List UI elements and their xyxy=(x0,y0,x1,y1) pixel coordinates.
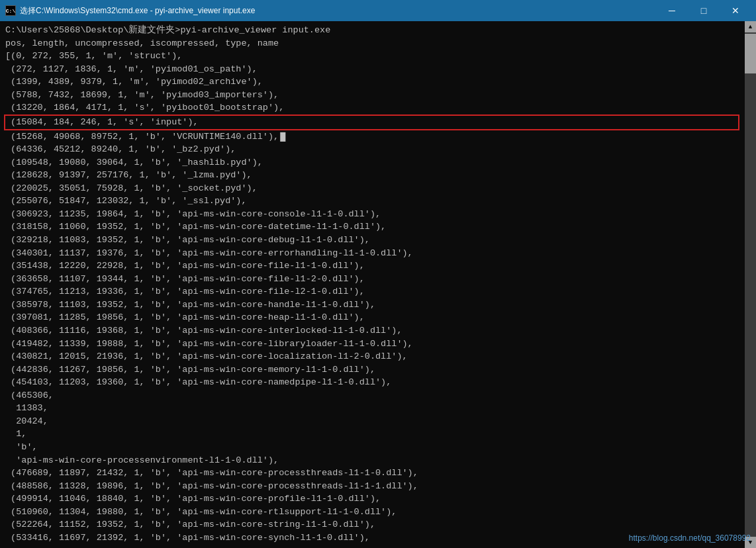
console-line-17: (340301, 11137, 19376, 1, 'b', 'api-ms-w… xyxy=(5,247,739,260)
console-line-10: (109548, 19080, 39064, 1, 'b', '_hashlib… xyxy=(5,156,739,169)
console-line-18: (351438, 12220, 22928, 1, 'b', 'api-ms-w… xyxy=(5,259,739,273)
console-area: C:\Users\25868\Desktop\新建文件夹>pyi-archive… xyxy=(0,21,756,548)
title-bar-left: C:\ 选择C:\Windows\System32\cmd.exe - pyi-… xyxy=(5,5,255,17)
console-line-29: 11383, xyxy=(5,402,739,415)
console-line-27: (454103, 11203, 19360, 1, 'b', 'api-ms-w… xyxy=(5,376,739,389)
console-line-15: (318158, 11060, 19352, 1, 'b', 'api-ms-w… xyxy=(5,220,739,234)
console-line-1: pos, length, uncompressed, iscompressed,… xyxy=(5,37,739,50)
scroll-thumb[interactable] xyxy=(745,34,756,73)
console-line-14: (306923, 11235, 19864, 1, 'b', 'api-ms-w… xyxy=(5,208,739,221)
console-line-4: (1399, 4389, 9379, 1, 'm', 'pyimod02_arc… xyxy=(5,75,739,89)
scroll-up-button[interactable]: ▲ xyxy=(745,21,756,32)
window: C:\ 选择C:\Windows\System32\cmd.exe - pyi-… xyxy=(0,0,756,548)
scroll-down-button[interactable]: ▼ xyxy=(745,537,756,548)
console-output[interactable]: C:\Users\25868\Desktop\新建文件夹>pyi-archive… xyxy=(0,21,745,548)
console-line-31: 1, xyxy=(5,428,739,441)
console-line-36: (499914, 11046, 18840, 1, 'b', 'api-ms-w… xyxy=(5,492,739,506)
cmd-icon: C:\ xyxy=(5,5,16,16)
console-line-28: (465306, xyxy=(5,389,739,402)
console-line-33: 'api-ms-win-core-processenvironment-l1-1… xyxy=(5,454,739,467)
console-line-12: (220025, 35051, 75928, 1, 'b', '_socket.… xyxy=(5,182,739,195)
cursor-block: █ xyxy=(280,131,287,142)
console-line-20: (374765, 11213, 19336, 1, 'b', 'api-ms-w… xyxy=(5,285,739,298)
console-line-38: (522264, 11152, 19352, 1, 'b', 'api-ms-w… xyxy=(5,518,739,531)
title-bar: C:\ 选择C:\Windows\System32\cmd.exe - pyi-… xyxy=(0,0,756,21)
console-line-26: (442836, 11267, 19856, 1, 'b', 'api-ms-w… xyxy=(5,363,739,377)
console-line-16: (329218, 11083, 19352, 1, 'b', 'api-ms-w… xyxy=(5,234,739,247)
console-line-21: (385978, 11103, 19352, 1, 'b', 'api-ms-w… xyxy=(5,298,739,312)
console-line-35: (488586, 11328, 19896, 1, 'b', 'api-ms-w… xyxy=(5,480,739,493)
console-line-39: (533416, 11697, 21392, 1, 'b', 'api-ms-w… xyxy=(5,531,739,545)
console-line-24: (419482, 11339, 19888, 1, 'b', 'api-ms-w… xyxy=(5,338,739,351)
console-line-2: [(0, 272, 355, 1, 'm', 'struct'), xyxy=(5,50,739,63)
window-title: 选择C:\Windows\System32\cmd.exe - pyi-arch… xyxy=(20,5,255,17)
maximize-button[interactable]: □ xyxy=(688,1,719,20)
console-line-32: 'b', xyxy=(5,441,739,454)
console-line-9: (64336, 45212, 89240, 1, 'b', '_bz2.pyd'… xyxy=(5,143,739,156)
console-line-37: (510960, 11304, 19880, 1, 'b', 'api-ms-w… xyxy=(5,506,739,519)
console-line-3: (272, 1127, 1836, 1, 'm', 'pyimod01_os_p… xyxy=(5,63,739,76)
window-controls: ─ □ ✕ xyxy=(657,1,751,20)
console-line-11: (128628, 91397, 257176, 1, 'b', '_lzma.p… xyxy=(5,169,739,182)
console-line-19: (363658, 11107, 19344, 1, 'b', 'api-ms-w… xyxy=(5,273,739,286)
console-line-6: (13220, 1864, 4171, 1, 's', 'pyiboot01_b… xyxy=(5,101,739,114)
console-line-22: (397081, 11285, 19856, 1, 'b', 'api-ms-w… xyxy=(5,311,739,324)
console-line-8: (15268, 49068, 89752, 1, 'b', 'VCRUNTIME… xyxy=(5,130,739,144)
close-button[interactable]: ✕ xyxy=(720,1,751,20)
console-line-5: (5788, 7432, 18699, 1, 'm', 'pyimod03_im… xyxy=(5,89,739,102)
console-line-23: (408366, 11116, 19368, 1, 'b', 'api-ms-w… xyxy=(5,324,739,338)
console-line-0: C:\Users\25868\Desktop\新建文件夹>pyi-archive… xyxy=(5,24,739,37)
console-line-25: (430821, 12015, 21936, 1, 'b', 'api-ms-w… xyxy=(5,350,739,363)
console-line-34: (476689, 11897, 21432, 1, 'b', 'api-ms-w… xyxy=(5,467,739,480)
scrollbar[interactable]: ▲ ▼ xyxy=(745,21,756,548)
console-line-7: (15084, 184, 246, 1, 's', 'input'), xyxy=(4,114,739,130)
minimize-button[interactable]: ─ xyxy=(657,1,687,20)
console-line-30: 20424, xyxy=(5,415,739,428)
console-line-13: (255076, 51847, 123032, 1, 'b', '_ssl.py… xyxy=(5,195,739,208)
